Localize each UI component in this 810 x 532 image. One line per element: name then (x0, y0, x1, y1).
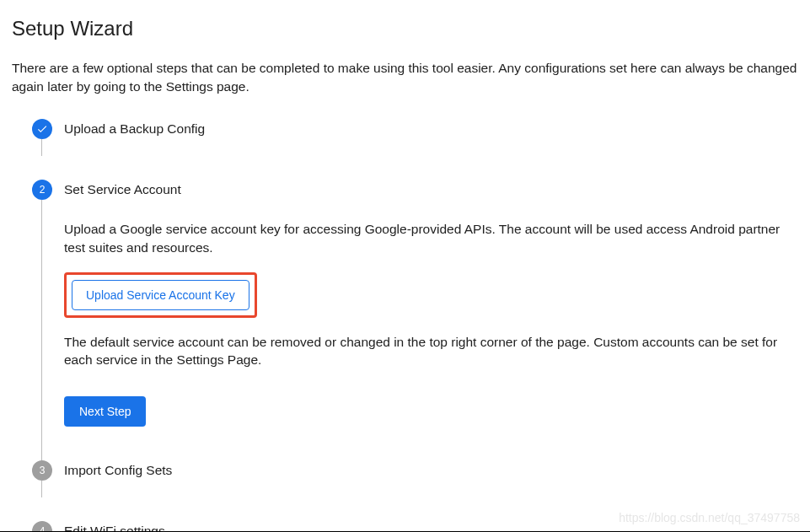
step-description-after: The default service account can be remov… (64, 333, 798, 369)
step-content: Upload a Google service account key for … (64, 200, 798, 454)
step-label: Upload a Backup Config (64, 119, 798, 139)
step-number-icon: 3 (32, 460, 52, 481)
step-description-before: Upload a Google service account key for … (64, 220, 798, 256)
next-step-button[interactable]: Next Step (64, 396, 146, 427)
upload-service-account-button[interactable]: Upload Service Account Key (72, 280, 249, 310)
step-number-icon: 2 (32, 180, 52, 200)
step-import-config-sets[interactable]: 3 Import Config Sets (32, 460, 798, 487)
step-label: Import Config Sets (64, 460, 798, 481)
step-edit-wifi[interactable]: 4 Edit WiFi settings (32, 521, 798, 532)
step-upload-backup[interactable]: Upload a Backup Config (32, 119, 798, 146)
highlight-box: Upload Service Account Key (64, 272, 257, 318)
intro-text: There are a few optional steps that can … (12, 59, 798, 95)
stepper: Upload a Backup Config 2 Set Service Acc… (12, 119, 798, 532)
check-icon (32, 119, 52, 139)
step-label: Edit WiFi settings (64, 521, 798, 532)
page-title: Setup Wizard (12, 17, 798, 40)
step-number-icon: 4 (32, 521, 52, 532)
step-set-service-account: 2 Set Service Account Upload a Google se… (32, 180, 798, 460)
step-label: Set Service Account (64, 180, 798, 200)
